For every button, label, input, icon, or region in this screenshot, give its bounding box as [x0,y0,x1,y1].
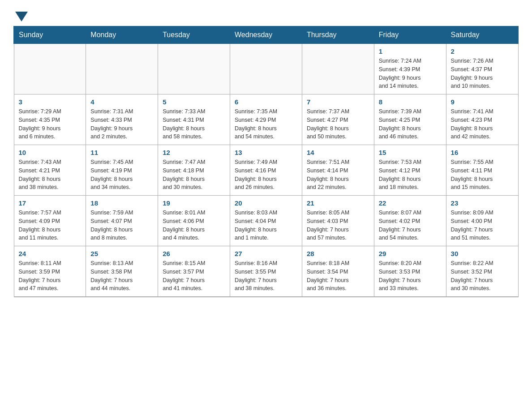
day-info: Sunrise: 7:31 AM Sunset: 4:33 PM Dayligh… [90,107,153,141]
day-number: 16 [451,149,514,156]
day-number: 22 [379,199,442,207]
day-info: Sunrise: 8:18 AM Sunset: 3:54 PM Dayligh… [307,259,369,293]
calendar-cell: 20Sunrise: 8:03 AM Sunset: 4:04 PM Dayli… [230,196,302,246]
day-number: 26 [163,250,225,257]
calendar-cell: 5Sunrise: 7:33 AM Sunset: 4:31 PM Daylig… [158,94,230,145]
day-info: Sunrise: 8:05 AM Sunset: 4:03 PM Dayligh… [307,209,369,242]
day-info: Sunrise: 7:43 AM Sunset: 4:21 PM Dayligh… [19,158,82,192]
day-info: Sunrise: 7:45 AM Sunset: 4:19 PM Dayligh… [90,158,153,192]
day-info: Sunrise: 8:15 AM Sunset: 3:57 PM Dayligh… [163,259,225,293]
day-info: Sunrise: 7:29 AM Sunset: 4:35 PM Dayligh… [19,107,82,141]
day-info: Sunrise: 8:13 AM Sunset: 3:58 PM Dayligh… [90,259,153,293]
calendar-week-row: 24Sunrise: 8:11 AM Sunset: 3:59 PM Dayli… [14,246,518,297]
day-info: Sunrise: 7:26 AM Sunset: 4:37 PM Dayligh… [451,57,514,90]
calendar-cell [158,44,230,94]
calendar-cell: 18Sunrise: 7:59 AM Sunset: 4:07 PM Dayli… [86,196,158,246]
weekday-header-monday: Monday [86,26,158,44]
day-info: Sunrise: 7:41 AM Sunset: 4:23 PM Dayligh… [451,107,514,141]
calendar-cell: 7Sunrise: 7:37 AM Sunset: 4:27 PM Daylig… [302,94,374,145]
weekday-header-saturday: Saturday [446,26,518,44]
day-number: 28 [307,250,369,257]
day-info: Sunrise: 7:37 AM Sunset: 4:27 PM Dayligh… [307,107,369,141]
day-number: 7 [307,98,369,106]
calendar-cell: 1Sunrise: 7:24 AM Sunset: 4:39 PM Daylig… [374,44,446,94]
day-info: Sunrise: 7:35 AM Sunset: 4:29 PM Dayligh… [235,107,297,141]
calendar-cell: 12Sunrise: 7:47 AM Sunset: 4:18 PM Dayli… [158,145,230,196]
day-info: Sunrise: 8:11 AM Sunset: 3:59 PM Dayligh… [19,259,82,293]
calendar-cell: 23Sunrise: 8:09 AM Sunset: 4:00 PM Dayli… [446,196,518,246]
calendar-header-row: SundayMondayTuesdayWednesdayThursdayFrid… [14,26,518,44]
day-info: Sunrise: 8:16 AM Sunset: 3:55 PM Dayligh… [235,259,297,293]
day-info: Sunrise: 8:01 AM Sunset: 4:06 PM Dayligh… [163,209,225,242]
logo-triangle-icon [15,12,28,21]
calendar-week-row: 3Sunrise: 7:29 AM Sunset: 4:35 PM Daylig… [14,94,518,145]
calendar-cell: 15Sunrise: 7:53 AM Sunset: 4:12 PM Dayli… [374,145,446,196]
calendar-cell [86,44,158,94]
day-number: 25 [90,250,153,257]
calendar-cell: 9Sunrise: 7:41 AM Sunset: 4:23 PM Daylig… [446,94,518,145]
day-number: 3 [19,98,82,106]
weekday-header-thursday: Thursday [302,26,374,44]
calendar-cell [14,44,86,94]
day-number: 17 [19,199,82,207]
day-number: 15 [379,149,442,156]
weekday-header-tuesday: Tuesday [158,26,230,44]
calendar-cell: 30Sunrise: 8:22 AM Sunset: 3:52 PM Dayli… [446,246,518,297]
weekday-header-sunday: Sunday [14,26,86,44]
day-number: 24 [19,250,82,257]
day-info: Sunrise: 8:03 AM Sunset: 4:04 PM Dayligh… [235,209,297,242]
calendar-cell: 10Sunrise: 7:43 AM Sunset: 4:21 PM Dayli… [14,145,86,196]
calendar-table: SundayMondayTuesdayWednesdayThursdayFrid… [13,26,519,297]
day-info: Sunrise: 8:22 AM Sunset: 3:52 PM Dayligh… [451,259,514,293]
calendar-cell: 17Sunrise: 7:57 AM Sunset: 4:09 PM Dayli… [14,196,86,246]
day-number: 18 [90,199,153,207]
calendar-week-row: 1Sunrise: 7:24 AM Sunset: 4:39 PM Daylig… [14,44,518,94]
day-number: 6 [235,98,297,106]
day-number: 10 [19,149,82,156]
day-number: 11 [90,149,153,156]
day-info: Sunrise: 7:55 AM Sunset: 4:11 PM Dayligh… [451,158,514,192]
day-number: 12 [163,149,225,156]
calendar-cell [302,44,374,94]
calendar-cell: 27Sunrise: 8:16 AM Sunset: 3:55 PM Dayli… [230,246,302,297]
day-info: Sunrise: 8:09 AM Sunset: 4:00 PM Dayligh… [451,209,514,242]
calendar-cell: 16Sunrise: 7:55 AM Sunset: 4:11 PM Dayli… [446,145,518,196]
day-number: 14 [307,149,369,156]
day-number: 2 [451,47,514,55]
day-number: 5 [163,98,225,106]
day-number: 21 [307,199,369,207]
day-number: 8 [379,98,442,106]
weekday-header-wednesday: Wednesday [230,26,302,44]
weekday-header-friday: Friday [374,26,446,44]
day-number: 23 [451,199,514,207]
calendar-cell: 8Sunrise: 7:39 AM Sunset: 4:25 PM Daylig… [374,94,446,145]
day-number: 29 [379,250,442,257]
calendar-cell: 13Sunrise: 7:49 AM Sunset: 4:16 PM Dayli… [230,145,302,196]
day-info: Sunrise: 7:49 AM Sunset: 4:16 PM Dayligh… [235,158,297,192]
day-info: Sunrise: 7:47 AM Sunset: 4:18 PM Dayligh… [163,158,225,192]
calendar-week-row: 10Sunrise: 7:43 AM Sunset: 4:21 PM Dayli… [14,145,518,196]
calendar-cell: 6Sunrise: 7:35 AM Sunset: 4:29 PM Daylig… [230,94,302,145]
calendar-cell: 4Sunrise: 7:31 AM Sunset: 4:33 PM Daylig… [86,94,158,145]
calendar-cell: 11Sunrise: 7:45 AM Sunset: 4:19 PM Dayli… [86,145,158,196]
day-number: 27 [235,250,297,257]
calendar-cell: 28Sunrise: 8:18 AM Sunset: 3:54 PM Dayli… [302,246,374,297]
calendar-cell: 2Sunrise: 7:26 AM Sunset: 4:37 PM Daylig… [446,44,518,94]
calendar-cell: 26Sunrise: 8:15 AM Sunset: 3:57 PM Dayli… [158,246,230,297]
day-number: 30 [451,250,514,257]
day-number: 4 [90,98,153,106]
day-number: 1 [379,47,442,55]
calendar-cell: 24Sunrise: 8:11 AM Sunset: 3:59 PM Dayli… [14,246,86,297]
day-info: Sunrise: 7:33 AM Sunset: 4:31 PM Dayligh… [163,107,225,141]
day-info: Sunrise: 7:57 AM Sunset: 4:09 PM Dayligh… [19,209,82,242]
calendar-cell: 14Sunrise: 7:51 AM Sunset: 4:14 PM Dayli… [302,145,374,196]
day-number: 20 [235,199,297,207]
day-info: Sunrise: 7:53 AM Sunset: 4:12 PM Dayligh… [379,158,442,192]
page-header [13,9,519,21]
day-number: 13 [235,149,297,156]
day-number: 19 [163,199,225,207]
day-info: Sunrise: 7:39 AM Sunset: 4:25 PM Dayligh… [379,107,442,141]
calendar-cell [230,44,302,94]
day-number: 9 [451,98,514,106]
day-info: Sunrise: 8:20 AM Sunset: 3:53 PM Dayligh… [379,259,442,293]
